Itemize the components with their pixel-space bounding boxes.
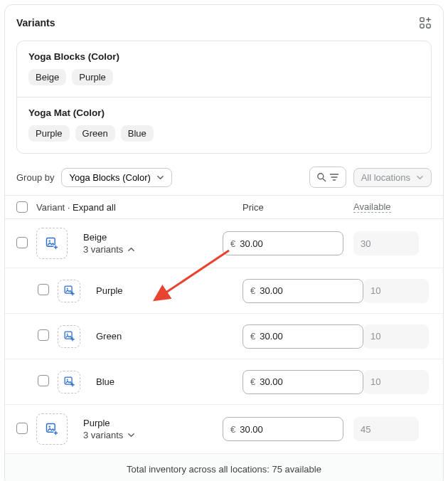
chip: Purple: [72, 69, 113, 85]
svg-point-10: [66, 334, 68, 335]
svg-point-12: [66, 379, 68, 381]
filter-icon: [329, 171, 340, 183]
chip: Green: [75, 125, 115, 142]
variant-expand-toggle[interactable]: 3 variants: [83, 430, 223, 440]
option-title: Yoga Blocks (Color): [28, 51, 420, 62]
table-row: Blue € 30.00 10: [5, 359, 443, 405]
option-title: Yoga Mat (Color): [28, 107, 420, 118]
card-header: Variants: [16, 16, 432, 29]
available-input[interactable]: 10: [363, 370, 429, 394]
variant-image-placeholder[interactable]: [58, 280, 80, 302]
currency-symbol: €: [250, 331, 255, 342]
price-value: 30.00: [260, 285, 283, 296]
inventory-footer-text: Total inventory across all locations: 75…: [127, 464, 321, 475]
available-value: 30: [361, 238, 370, 249]
available-value: 45: [361, 424, 370, 435]
svg-rect-0: [420, 18, 424, 21]
group-by-value: Yoga Blocks (Color): [69, 172, 150, 183]
variant-expand-toggle[interactable]: 3 variants: [83, 244, 223, 255]
price-value: 30.00: [240, 424, 263, 435]
variant-image-placeholder[interactable]: [36, 228, 68, 259]
currency-symbol: €: [230, 424, 235, 435]
variant-toolbar: Group by Yoga Blocks (Color) All locatio…: [16, 166, 432, 188]
svg-point-8: [66, 288, 68, 290]
chevron-up-icon: [127, 245, 135, 253]
svg-rect-1: [420, 24, 424, 28]
select-all-checkbox[interactable]: [16, 201, 28, 213]
row-checkbox[interactable]: [16, 423, 28, 434]
table-header: Variant · Expand all Price Available: [5, 195, 443, 219]
chip: Beige: [28, 69, 66, 85]
available-value: 10: [370, 331, 380, 342]
variant-name: Purple: [83, 418, 223, 428]
image-add-icon: [63, 330, 75, 342]
search-icon: [316, 171, 327, 183]
col-available[interactable]: Available: [353, 201, 391, 213]
currency-symbol: €: [250, 376, 255, 387]
chip: Blue: [121, 125, 154, 142]
variant-image-placeholder[interactable]: [58, 371, 80, 393]
price-input[interactable]: € 30.00: [223, 231, 343, 255]
card-title: Variants: [16, 17, 55, 28]
price-value: 30.00: [260, 376, 283, 387]
inventory-footer: Total inventory across all locations: 75…: [5, 454, 443, 481]
search-filter-button[interactable]: [309, 166, 346, 188]
group-by-label: Group by: [16, 172, 54, 183]
svg-point-5: [49, 240, 50, 242]
variant-name: Blue: [96, 376, 242, 387]
price-input[interactable]: € 30.00: [242, 279, 363, 303]
row-checkbox[interactable]: [38, 329, 49, 341]
image-add-icon: [45, 422, 59, 436]
chevron-down-icon: [127, 431, 135, 439]
variant-name: Purple: [96, 285, 242, 296]
available-value: 10: [370, 376, 380, 387]
svg-rect-2: [427, 24, 430, 28]
option-group-0[interactable]: Yoga Blocks (Color) Beige Purple: [17, 41, 431, 97]
option-block: Yoga Blocks (Color) Beige Purple Yoga Ma…: [16, 41, 432, 154]
option-chips: Purple Green Blue: [28, 125, 420, 142]
row-checkbox[interactable]: [16, 237, 28, 248]
available-value: 10: [370, 285, 380, 296]
variants-card: Variants Yoga Blocks (Color) Beige Purpl…: [4, 4, 444, 481]
row-checkbox[interactable]: [38, 375, 49, 386]
available-input[interactable]: 30: [353, 231, 419, 255]
chip: Purple: [28, 125, 70, 142]
price-input[interactable]: € 30.00: [242, 370, 363, 394]
svg-point-14: [49, 426, 50, 428]
grid-plus-icon: [419, 16, 432, 29]
locations-select[interactable]: All locations: [353, 168, 432, 187]
col-price: Price: [242, 202, 353, 213]
available-input[interactable]: 45: [353, 417, 419, 441]
table-row: Purple € 30.00 10: [5, 268, 443, 314]
expand-all-link[interactable]: Expand all: [73, 202, 116, 213]
table-row: Beige 3 variants € 30.00 30: [5, 219, 443, 268]
option-chips: Beige Purple: [28, 69, 420, 85]
group-by-select[interactable]: Yoga Blocks (Color): [61, 168, 171, 187]
available-input[interactable]: 10: [363, 324, 429, 349]
variant-name: Beige: [83, 232, 223, 243]
image-add-icon: [45, 236, 59, 250]
locations-label: All locations: [361, 172, 410, 183]
image-add-icon: [63, 376, 75, 388]
currency-symbol: €: [230, 238, 235, 249]
price-value: 30.00: [260, 331, 283, 342]
price-input[interactable]: € 30.00: [223, 417, 343, 441]
variant-image-placeholder[interactable]: [36, 413, 68, 445]
chevron-down-icon: [416, 174, 424, 181]
row-checkbox[interactable]: [38, 284, 49, 295]
price-input[interactable]: € 30.00: [242, 324, 363, 349]
option-group-1[interactable]: Yoga Mat (Color) Purple Green Blue: [17, 97, 431, 153]
add-variant-icon-button[interactable]: [419, 16, 432, 29]
col-variant: Variant · Expand all: [36, 202, 242, 213]
table-row: Purple 3 variants € 30.00 45: [5, 405, 443, 454]
price-value: 30.00: [240, 238, 263, 249]
table-row: Green € 30.00 10: [5, 314, 443, 359]
variant-name: Green: [96, 331, 242, 342]
variant-image-placeholder[interactable]: [58, 325, 80, 348]
available-input[interactable]: 10: [363, 279, 429, 303]
image-add-icon: [63, 285, 75, 297]
chevron-down-icon: [156, 174, 164, 181]
currency-symbol: €: [250, 285, 255, 296]
svg-point-3: [317, 174, 323, 179]
